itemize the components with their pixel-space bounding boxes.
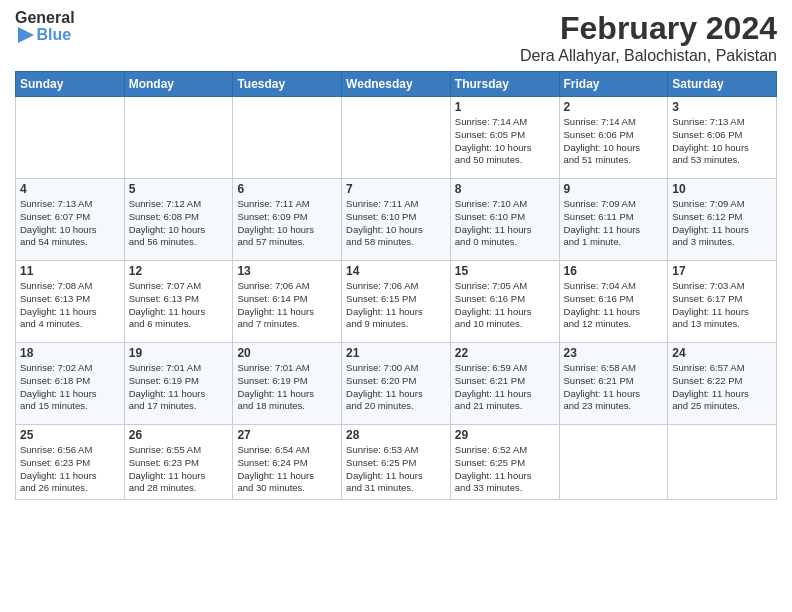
day-number: 22 xyxy=(455,346,555,360)
day-info: Sunrise: 7:05 AM Sunset: 6:16 PM Dayligh… xyxy=(455,280,555,331)
day-number: 17 xyxy=(672,264,772,278)
col-monday: Monday xyxy=(124,72,233,97)
day-number: 13 xyxy=(237,264,337,278)
table-row: 6Sunrise: 7:11 AM Sunset: 6:09 PM Daylig… xyxy=(233,179,342,261)
table-row: 20Sunrise: 7:01 AM Sunset: 6:19 PM Dayli… xyxy=(233,343,342,425)
day-info: Sunrise: 7:12 AM Sunset: 6:08 PM Dayligh… xyxy=(129,198,229,249)
day-number: 26 xyxy=(129,428,229,442)
table-row: 15Sunrise: 7:05 AM Sunset: 6:16 PM Dayli… xyxy=(450,261,559,343)
day-number: 27 xyxy=(237,428,337,442)
table-row: 17Sunrise: 7:03 AM Sunset: 6:17 PM Dayli… xyxy=(668,261,777,343)
day-number: 6 xyxy=(237,182,337,196)
table-row: 9Sunrise: 7:09 AM Sunset: 6:11 PM Daylig… xyxy=(559,179,668,261)
day-info: Sunrise: 7:10 AM Sunset: 6:10 PM Dayligh… xyxy=(455,198,555,249)
day-info: Sunrise: 6:59 AM Sunset: 6:21 PM Dayligh… xyxy=(455,362,555,413)
table-row: 25Sunrise: 6:56 AM Sunset: 6:23 PM Dayli… xyxy=(16,425,125,500)
day-number: 25 xyxy=(20,428,120,442)
table-row xyxy=(342,97,451,179)
table-row: 1Sunrise: 7:14 AM Sunset: 6:05 PM Daylig… xyxy=(450,97,559,179)
col-wednesday: Wednesday xyxy=(342,72,451,97)
day-number: 20 xyxy=(237,346,337,360)
day-info: Sunrise: 6:52 AM Sunset: 6:25 PM Dayligh… xyxy=(455,444,555,495)
logo-blue-text: Blue xyxy=(36,26,71,44)
day-number: 5 xyxy=(129,182,229,196)
day-info: Sunrise: 7:13 AM Sunset: 6:06 PM Dayligh… xyxy=(672,116,772,167)
day-number: 9 xyxy=(564,182,664,196)
day-info: Sunrise: 7:09 AM Sunset: 6:12 PM Dayligh… xyxy=(672,198,772,249)
day-info: Sunrise: 6:58 AM Sunset: 6:21 PM Dayligh… xyxy=(564,362,664,413)
table-row: 29Sunrise: 6:52 AM Sunset: 6:25 PM Dayli… xyxy=(450,425,559,500)
col-tuesday: Tuesday xyxy=(233,72,342,97)
col-saturday: Saturday xyxy=(668,72,777,97)
day-info: Sunrise: 7:14 AM Sunset: 6:05 PM Dayligh… xyxy=(455,116,555,167)
day-number: 7 xyxy=(346,182,446,196)
table-row: 10Sunrise: 7:09 AM Sunset: 6:12 PM Dayli… xyxy=(668,179,777,261)
day-number: 12 xyxy=(129,264,229,278)
table-row: 19Sunrise: 7:01 AM Sunset: 6:19 PM Dayli… xyxy=(124,343,233,425)
day-info: Sunrise: 7:01 AM Sunset: 6:19 PM Dayligh… xyxy=(129,362,229,413)
table-row: 8Sunrise: 7:10 AM Sunset: 6:10 PM Daylig… xyxy=(450,179,559,261)
calendar-table: Sunday Monday Tuesday Wednesday Thursday… xyxy=(15,71,777,500)
day-info: Sunrise: 7:01 AM Sunset: 6:19 PM Dayligh… xyxy=(237,362,337,413)
day-info: Sunrise: 7:08 AM Sunset: 6:13 PM Dayligh… xyxy=(20,280,120,331)
day-number: 2 xyxy=(564,100,664,114)
day-info: Sunrise: 7:02 AM Sunset: 6:18 PM Dayligh… xyxy=(20,362,120,413)
day-number: 10 xyxy=(672,182,772,196)
day-number: 21 xyxy=(346,346,446,360)
day-number: 14 xyxy=(346,264,446,278)
day-info: Sunrise: 6:55 AM Sunset: 6:23 PM Dayligh… xyxy=(129,444,229,495)
day-number: 16 xyxy=(564,264,664,278)
table-row: 28Sunrise: 6:53 AM Sunset: 6:25 PM Dayli… xyxy=(342,425,451,500)
day-number: 18 xyxy=(20,346,120,360)
day-info: Sunrise: 7:06 AM Sunset: 6:15 PM Dayligh… xyxy=(346,280,446,331)
table-row: 27Sunrise: 6:54 AM Sunset: 6:24 PM Dayli… xyxy=(233,425,342,500)
day-number: 8 xyxy=(455,182,555,196)
table-row xyxy=(124,97,233,179)
day-number: 15 xyxy=(455,264,555,278)
day-number: 1 xyxy=(455,100,555,114)
col-thursday: Thursday xyxy=(450,72,559,97)
calendar-title: February 2024 xyxy=(520,10,777,47)
table-row: 21Sunrise: 7:00 AM Sunset: 6:20 PM Dayli… xyxy=(342,343,451,425)
table-row: 23Sunrise: 6:58 AM Sunset: 6:21 PM Dayli… xyxy=(559,343,668,425)
day-info: Sunrise: 7:07 AM Sunset: 6:13 PM Dayligh… xyxy=(129,280,229,331)
table-row: 3Sunrise: 7:13 AM Sunset: 6:06 PM Daylig… xyxy=(668,97,777,179)
header: GeneralBlue February 2024 Dera Allahyar,… xyxy=(15,10,777,65)
day-info: Sunrise: 7:09 AM Sunset: 6:11 PM Dayligh… xyxy=(564,198,664,249)
title-area: February 2024 Dera Allahyar, Balochistan… xyxy=(520,10,777,65)
table-row: 18Sunrise: 7:02 AM Sunset: 6:18 PM Dayli… xyxy=(16,343,125,425)
logo-area: GeneralBlue xyxy=(15,10,75,44)
day-number: 23 xyxy=(564,346,664,360)
day-info: Sunrise: 7:04 AM Sunset: 6:16 PM Dayligh… xyxy=(564,280,664,331)
day-info: Sunrise: 7:11 AM Sunset: 6:09 PM Dayligh… xyxy=(237,198,337,249)
day-number: 24 xyxy=(672,346,772,360)
calendar-subtitle: Dera Allahyar, Balochistan, Pakistan xyxy=(520,47,777,65)
col-friday: Friday xyxy=(559,72,668,97)
table-row: 4Sunrise: 7:13 AM Sunset: 6:07 PM Daylig… xyxy=(16,179,125,261)
day-info: Sunrise: 6:54 AM Sunset: 6:24 PM Dayligh… xyxy=(237,444,337,495)
day-info: Sunrise: 7:03 AM Sunset: 6:17 PM Dayligh… xyxy=(672,280,772,331)
table-row xyxy=(16,97,125,179)
day-info: Sunrise: 7:11 AM Sunset: 6:10 PM Dayligh… xyxy=(346,198,446,249)
day-number: 3 xyxy=(672,100,772,114)
day-number: 4 xyxy=(20,182,120,196)
day-info: Sunrise: 6:56 AM Sunset: 6:23 PM Dayligh… xyxy=(20,444,120,495)
logo-general-text: General xyxy=(15,10,75,26)
table-row: 12Sunrise: 7:07 AM Sunset: 6:13 PM Dayli… xyxy=(124,261,233,343)
day-info: Sunrise: 6:57 AM Sunset: 6:22 PM Dayligh… xyxy=(672,362,772,413)
table-row: 7Sunrise: 7:11 AM Sunset: 6:10 PM Daylig… xyxy=(342,179,451,261)
table-row: 14Sunrise: 7:06 AM Sunset: 6:15 PM Dayli… xyxy=(342,261,451,343)
day-info: Sunrise: 7:00 AM Sunset: 6:20 PM Dayligh… xyxy=(346,362,446,413)
table-row xyxy=(559,425,668,500)
day-number: 29 xyxy=(455,428,555,442)
page: GeneralBlue February 2024 Dera Allahyar,… xyxy=(0,0,792,612)
day-number: 19 xyxy=(129,346,229,360)
table-row xyxy=(233,97,342,179)
col-sunday: Sunday xyxy=(16,72,125,97)
day-info: Sunrise: 7:13 AM Sunset: 6:07 PM Dayligh… xyxy=(20,198,120,249)
day-info: Sunrise: 7:14 AM Sunset: 6:06 PM Dayligh… xyxy=(564,116,664,167)
day-number: 11 xyxy=(20,264,120,278)
day-info: Sunrise: 7:06 AM Sunset: 6:14 PM Dayligh… xyxy=(237,280,337,331)
table-row: 13Sunrise: 7:06 AM Sunset: 6:14 PM Dayli… xyxy=(233,261,342,343)
calendar-header-row: Sunday Monday Tuesday Wednesday Thursday… xyxy=(16,72,777,97)
